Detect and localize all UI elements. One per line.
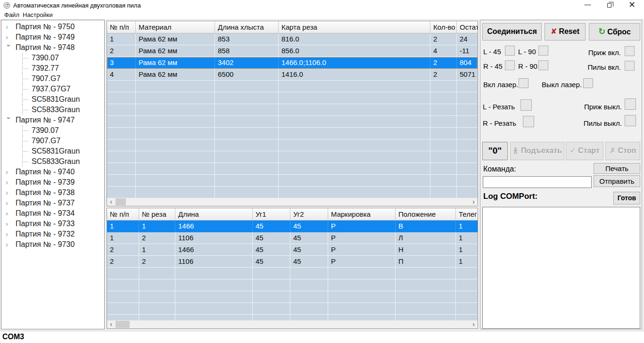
tree-item-file[interactable]: 7907.G7 — [1, 136, 104, 146]
table-row[interactable]: 1114664545РВ1 — [107, 220, 478, 232]
l45-indicator[interactable] — [505, 46, 515, 56]
column-header[interactable]: Длина хлыста — [215, 21, 279, 33]
chevron-right-icon[interactable]: › — [6, 188, 12, 198]
column-header[interactable]: Уг2 — [290, 208, 328, 220]
minimize-button[interactable]: — — [577, 0, 598, 11]
empty-table-cell — [456, 279, 478, 291]
approach-button[interactable]: Подъехать — [510, 142, 564, 160]
tree-item-file[interactable]: 7907.G7 — [1, 74, 104, 84]
tree-item-batch[interactable]: ›Партия № - 9737 — [1, 198, 104, 208]
scroll-left-icon[interactable]: ‹ — [107, 198, 115, 206]
tree-item-file[interactable]: 7392.77 — [1, 63, 104, 74]
table-row[interactable]: 2211064545РП1 — [107, 256, 478, 268]
r45-indicator[interactable] — [505, 60, 515, 70]
tree-item-file[interactable]: SC5831Graun — [1, 94, 104, 105]
column-header[interactable]: Материал — [136, 21, 215, 33]
table-row[interactable]: 2114664545РН1 — [107, 244, 478, 256]
column-header[interactable]: № п/п — [107, 21, 136, 33]
tree-item-file[interactable]: 7390.07 — [1, 125, 104, 136]
scroll-thumb[interactable] — [116, 198, 126, 205]
sbros-button[interactable]: ↻Сброс — [589, 23, 640, 41]
pily-on-indicator[interactable] — [625, 61, 635, 71]
scroll-left-icon[interactable]: ‹ — [107, 320, 115, 328]
tree-item-batch[interactable]: ›Партия № - 9733 — [1, 219, 104, 229]
tree-item-file[interactable]: 7937.G7G7 — [1, 84, 104, 94]
column-header[interactable]: Маркировка — [328, 208, 396, 220]
table-row[interactable]: 4Рама 62 мм65001416.025071 — [107, 69, 478, 81]
tree-item-batch[interactable]: ›Партия № - 9738 — [1, 188, 104, 198]
tree-item-file[interactable]: SC5833Graun — [1, 156, 104, 167]
chevron-right-icon[interactable]: › — [6, 177, 12, 188]
menu-settings[interactable]: Настройки — [20, 11, 55, 19]
pily-off-indicator[interactable] — [625, 115, 636, 126]
send-button[interactable]: Отправить — [594, 175, 640, 187]
connect-button[interactable]: Соединиться — [482, 23, 542, 41]
column-header[interactable]: Кол-во — [430, 21, 457, 33]
empty-table-row — [107, 187, 478, 198]
x-icon: ✗ — [610, 147, 616, 155]
tree-item-batch[interactable]: ›Партия № - 9750 — [1, 22, 104, 32]
chevron-down-icon[interactable]: › — [4, 117, 14, 123]
tree-item-file[interactable]: SC5831Graun — [1, 146, 104, 156]
l-cut-indicator[interactable] — [520, 99, 532, 111]
tree-item-batch[interactable]: ›Партия № - 9732 — [1, 229, 104, 239]
tree-item-batch[interactable]: ›Партия № - 9730 — [1, 239, 104, 250]
column-header[interactable]: Остат — [457, 21, 478, 33]
chevron-right-icon[interactable]: › — [6, 32, 12, 42]
start-button[interactable]: ✓ Старт — [566, 142, 603, 160]
l90-indicator[interactable] — [538, 46, 548, 56]
tree-item-batch[interactable]: ›Партия № - 9748 — [1, 42, 104, 53]
menu-file[interactable]: Файл — [2, 11, 22, 19]
chevron-right-icon[interactable]: › — [6, 167, 12, 177]
chevron-right-icon[interactable]: › — [6, 208, 12, 219]
chevron-right-icon[interactable]: › — [6, 22, 12, 32]
empty-table-cell — [456, 268, 478, 279]
table-row[interactable]: 2Рама 62 мм858856.04-11 — [107, 45, 478, 57]
chevron-right-icon[interactable]: › — [6, 229, 12, 239]
laser-on-indicator[interactable] — [519, 78, 528, 88]
prizh-off-indicator[interactable] — [625, 98, 636, 110]
prizh-on-indicator[interactable] — [625, 46, 635, 56]
stop-button[interactable]: ✗ Стоп — [605, 142, 640, 160]
column-header[interactable]: № п/п — [107, 208, 139, 220]
table-row[interactable]: 1211064545РЛ1 — [107, 232, 478, 244]
tree-item-file[interactable]: 7390.07 — [1, 53, 104, 63]
table-row[interactable]: 3Рама 62 мм34021466.0;1106.02804 — [107, 57, 478, 69]
chevron-right-icon[interactable]: › — [6, 239, 12, 250]
column-header[interactable]: Положение — [396, 208, 456, 220]
tree-item-file[interactable]: SC5833Graun — [1, 105, 104, 115]
print-button[interactable]: Печать — [594, 163, 640, 174]
close-button[interactable]: ✕ — [621, 0, 643, 11]
empty-table-row — [107, 279, 478, 291]
tree-item-batch[interactable]: ›Партия № - 9739 — [1, 177, 104, 188]
column-header[interactable]: № реза — [139, 208, 175, 220]
cut-details-hscrollbar[interactable]: ‹ › — [107, 320, 478, 328]
table-row[interactable]: 1Рама 62 мм853816.0224 — [107, 33, 478, 45]
chevron-right-icon[interactable]: › — [6, 219, 12, 229]
tree-item-batch[interactable]: ›Партия № - 9747 — [1, 115, 104, 125]
cut-jobs-hscrollbar[interactable]: ‹ › — [107, 198, 478, 206]
chevron-down-icon[interactable]: › — [4, 44, 14, 51]
scroll-thumb[interactable] — [116, 321, 130, 328]
table-cell: 1 — [139, 220, 175, 232]
tree-item-batch[interactable]: ›Партия № - 9740 — [1, 167, 104, 177]
r90-indicator[interactable] — [538, 60, 548, 70]
scroll-right-icon[interactable]: › — [470, 320, 478, 328]
column-header[interactable]: Длина — [175, 208, 253, 220]
reset-button[interactable]: ✘Reset — [545, 23, 586, 41]
command-input[interactable] — [483, 176, 592, 188]
tree-item-batch[interactable]: ›Партия № - 9749 — [1, 32, 104, 42]
comport-log-area[interactable] — [482, 207, 640, 329]
laser-off-indicator[interactable] — [583, 78, 593, 88]
column-header[interactable]: Уг1 — [253, 208, 290, 220]
scroll-right-icon[interactable]: › — [470, 198, 478, 206]
chevron-right-icon[interactable]: › — [6, 198, 12, 208]
r-cut-indicator[interactable] — [523, 116, 534, 127]
tree-item-batch[interactable]: ›Партия № - 9734 — [1, 208, 104, 219]
column-header[interactable]: Телег — [456, 208, 478, 220]
column-header[interactable]: Карта реза — [279, 21, 430, 33]
ready-button[interactable]: Готов — [613, 192, 640, 204]
tree-item-label: Партия № - 9738 — [16, 188, 74, 196]
restore-button[interactable] — [599, 0, 620, 11]
zero-button[interactable]: "0" — [482, 142, 508, 160]
